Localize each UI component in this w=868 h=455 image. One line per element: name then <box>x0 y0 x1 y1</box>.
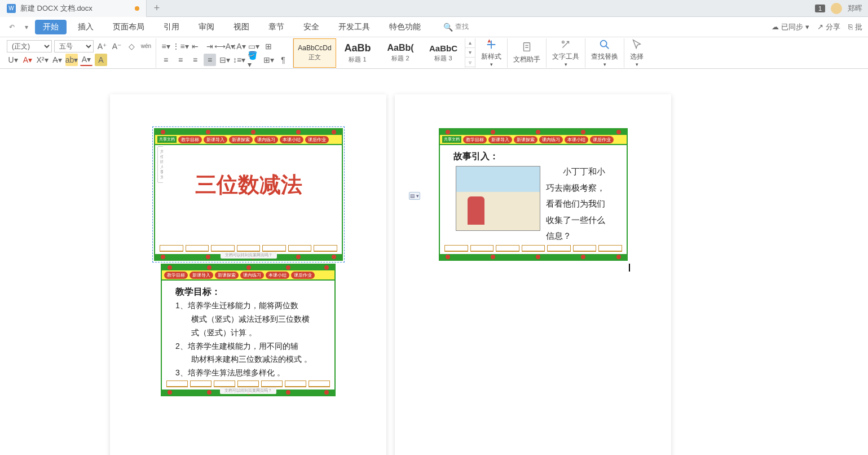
doc-assistant-button[interactable]: 文档助手 <box>508 38 547 68</box>
share-button[interactable]: ↗分享 <box>817 22 840 32</box>
slide-footer: 文档可以转到页某网页吗？ <box>220 387 276 394</box>
slide-content: 教学目标： 1、培养学生迁移能力，能将两位数 横式（竖式）减法迁移到三位数横 式… <box>170 281 327 383</box>
font-group: (正文) 五号 A⁺ A⁻ ◇ wén U▾ A▾ X²▾ A̶▾ ab▾ A▾… <box>3 38 156 68</box>
borders-icon[interactable]: ⊞ <box>262 40 275 53</box>
slide-title: 三位数减法 <box>163 170 334 199</box>
search-box[interactable]: 🔍 查找 <box>443 22 469 32</box>
grow-font-icon[interactable]: A⁺ <box>96 40 108 53</box>
sync-button[interactable]: ☁已同步▾ <box>772 22 809 32</box>
align-center-icon[interactable]: ≡ <box>174 54 187 66</box>
svg-point-1 <box>562 41 565 43</box>
menu-bar: ↶ ▾ 开始 插入 页面布局 引用 审阅 视图 章节 安全 开发工具 特色功能 … <box>0 17 868 37</box>
menu-insert[interactable]: 插入 <box>70 20 102 34</box>
unsaved-indicator-icon <box>135 6 139 11</box>
char-scale-icon[interactable]: ⟷A▾ <box>218 40 231 53</box>
slide-2[interactable]: 教学目标 新课导入 新课探索 课内练习 本课小结 课后作业 教学目标： 1、培养… <box>161 264 336 396</box>
font-size-select[interactable]: 五号 <box>54 40 94 53</box>
shading-icon[interactable]: A <box>95 54 107 66</box>
style-normal[interactable]: AaBbCcDd正文 <box>293 38 336 68</box>
search-placeholder: 查找 <box>455 22 469 32</box>
highlight-icon[interactable]: ab▾ <box>65 54 78 66</box>
pinyin-icon[interactable]: wén <box>140 40 152 53</box>
menu-security[interactable]: 安全 <box>296 20 327 34</box>
find-replace-button[interactable]: 查找替换▾ <box>585 38 624 68</box>
slide-content: 故事引入： 小丁丁和小巧去南极考察，看看他们为我们收集了一些什么信息？ <box>448 145 619 248</box>
distribute-icon[interactable]: ⊟▾ <box>218 54 231 66</box>
font-color-a-icon[interactable]: A▾ <box>21 54 34 66</box>
new-tab-button[interactable]: + <box>147 0 167 17</box>
user-name: 郑晖 <box>848 3 862 14</box>
ribbon-toolbar: (正文) 五号 A⁺ A⁻ ◇ wén U▾ A▾ X²▾ A̶▾ ab▾ A▾… <box>0 37 868 69</box>
layout-options-icon[interactable]: ▤ ▾ <box>409 192 420 200</box>
style-gallery: AaBbCcDd正文 AaBb标题 1 AaBb(标题 2 AaBbC标题 3 … <box>293 38 475 68</box>
select-button[interactable]: 选择▾ <box>624 38 649 68</box>
font-family-select[interactable]: (正文) <box>7 40 52 53</box>
slide-1[interactable]: 共享文档 教学目标 新课导入 新课探索 课内练习 本课小结 课后作业 共享文档是… <box>154 128 343 261</box>
underline-icon[interactable]: U▾ <box>7 54 19 66</box>
text-tools-button[interactable]: 文字工具▾ <box>547 38 585 68</box>
svg-point-2 <box>601 41 607 47</box>
menu-special[interactable]: 特色功能 <box>381 20 429 34</box>
table-borders-icon[interactable]: ⊞▾ <box>262 54 275 66</box>
menu-view[interactable]: 视图 <box>226 20 257 34</box>
document-tab[interactable]: W 新建 DOCX 文档.docx <box>0 0 147 17</box>
svg-rect-0 <box>524 43 530 51</box>
document-canvas[interactable]: 共享文档 教学目标 新课导入 新课探索 课内练习 本课小结 课后作业 共享文档是… <box>0 69 868 455</box>
fill-icon[interactable]: 🪣▾ <box>248 54 260 66</box>
shrink-font-icon[interactable]: A⁻ <box>111 40 123 53</box>
menu-reference[interactable]: 引用 <box>156 20 187 34</box>
bullets-icon[interactable]: ≡▾ <box>160 40 172 53</box>
redo-dropdown-icon[interactable]: ▾ <box>21 23 32 31</box>
menu-layout[interactable]: 页面布局 <box>105 20 152 34</box>
font-color-icon[interactable]: A▾ <box>80 54 92 66</box>
line-spacing-icon[interactable]: ↕A▾ <box>233 40 245 53</box>
undo-icon[interactable]: ↶ <box>6 23 18 31</box>
clear-format-icon[interactable]: ◇ <box>125 40 138 53</box>
align-right-icon[interactable]: ≡ <box>189 54 201 66</box>
align-left-icon[interactable]: ≡ <box>160 54 172 66</box>
notification-badge[interactable]: 1 <box>815 5 825 12</box>
indent-left-icon[interactable]: ⇤ <box>189 40 201 53</box>
cloud-icon: ☁ <box>772 23 779 31</box>
word-icon: W <box>7 4 16 13</box>
slide-footer: 文档可以转到页某网页吗？ <box>221 252 277 259</box>
slide-header: 教学目标 新课导入 新课探索 课内练习 本课小结 课后作业 <box>162 270 334 281</box>
menu-home[interactable]: 开始 <box>35 20 67 34</box>
align-justify-icon[interactable]: ≡ <box>204 54 216 66</box>
slide-header: 共享文档 教学目标 新课导入 新课探索 课内练习 本课小结 课后作业 <box>440 135 627 145</box>
batch-button[interactable]: ⎘批 <box>848 22 862 32</box>
gallery-scroll[interactable]: ▴▾▿ <box>465 38 475 68</box>
title-bar: W 新建 DOCX 文档.docx + 1 郑晖 <box>0 0 868 17</box>
style-h2[interactable]: AaBb(标题 2 <box>379 38 422 68</box>
tab-title: 新建 DOCX 文档.docx <box>20 3 92 14</box>
menu-dev[interactable]: 开发工具 <box>331 20 378 34</box>
share-icon: ↗ <box>817 23 823 31</box>
batch-icon: ⎘ <box>848 23 853 31</box>
page-2: 共享文档 教学目标 新课导入 新课探索 课内练习 本课小结 课后作业 故事引入：… <box>395 94 671 455</box>
numbering-icon[interactable]: ⋮≡▾ <box>174 40 187 53</box>
style-h1[interactable]: AaBb标题 1 <box>336 38 379 68</box>
sort-icon[interactable]: ↕≡▾ <box>233 54 245 66</box>
menu-section[interactable]: 章节 <box>261 20 292 34</box>
slide-header: 共享文档 教学目标 新课导入 新课探索 课内练习 本课小结 课后作业 <box>155 135 342 145</box>
search-icon: 🔍 <box>443 23 453 32</box>
style-h3[interactable]: AaBbC标题 3 <box>422 38 465 68</box>
strike-icon[interactable]: A̶▾ <box>51 54 63 66</box>
slide-3[interactable]: 共享文档 教学目标 新课导入 新课探索 课内练习 本课小结 课后作业 故事引入：… <box>439 128 628 261</box>
story-illustration <box>456 166 540 231</box>
new-style-button[interactable]: 新样式▾ <box>475 38 508 68</box>
slide-tab: 教学目标 <box>178 136 202 143</box>
menu-review[interactable]: 审阅 <box>191 20 222 34</box>
super-sub-icon[interactable]: X²▾ <box>36 54 49 66</box>
paragraph-group: ≡▾ ⋮≡▾ ⇤ ⇥ ⟷A▾ ↕A▾ ▭▾ ⊞ ≡ ≡ ≡ ≡ ⊟▾ ↕≡▾ 🪣… <box>156 38 293 68</box>
text-cursor <box>629 264 630 272</box>
avatar-icon[interactable] <box>831 3 842 14</box>
page-1: 共享文档 教学目标 新课导入 新课探索 课内练习 本课小结 课后作业 共享文档是… <box>110 94 386 455</box>
show-marks-icon[interactable]: ¶ <box>277 54 289 66</box>
